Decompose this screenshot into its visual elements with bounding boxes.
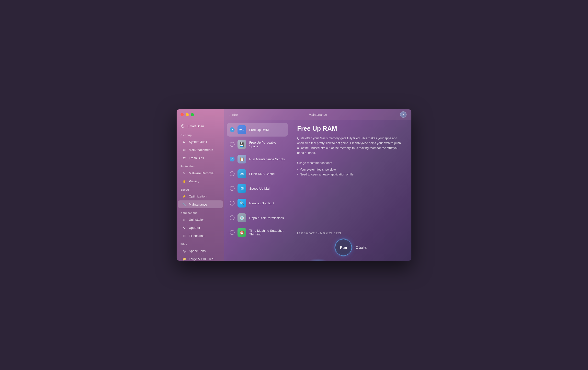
sidebar-item-privacy[interactable]: 🤚Privacy: [178, 177, 223, 185]
sidebar-item-extensions[interactable]: ⊞Extensions: [178, 232, 223, 240]
sidebar-sections: Cleanup⚙System Junk✉Mail Attachments🗑Tra…: [177, 131, 224, 261]
task-item-reindex-spotlight[interactable]: 🔍Reindex Spotlight: [227, 196, 288, 210]
privacy-label: Privacy: [189, 179, 199, 183]
task-label-speed-up-mail: Speed Up Mail: [249, 187, 270, 190]
task-item-free-up-ram[interactable]: RAMFree Up RAM: [227, 123, 288, 137]
traffic-lights: [181, 113, 194, 116]
task-item-flush-dns-cache[interactable]: DNSFlush DNS Cache: [227, 167, 288, 181]
sidebar-item-maintenance[interactable]: 🔧Maintenance: [178, 200, 223, 208]
privacy-icon: 🤚: [182, 179, 186, 183]
task-radio-speed-up-mail[interactable]: [230, 186, 235, 191]
run-button[interactable]: Run: [335, 239, 352, 256]
task-icon-free-up-purgeable: 💾: [237, 140, 246, 149]
updater-icon: ↻: [182, 225, 186, 230]
app-window: Smart Scan Cleanup⚙System Junk✉Mail Atta…: [177, 109, 411, 261]
task-label-reindex-spotlight: Reindex Spotlight: [249, 201, 274, 205]
minimize-button[interactable]: [186, 113, 189, 116]
mail-attachments-label: Mail Attachments: [189, 148, 213, 152]
maintenance-icon: 🔧: [182, 202, 186, 207]
title-bar: [177, 109, 411, 120]
task-icon-free-up-ram: RAM: [237, 125, 246, 134]
system-junk-icon: ⚙: [182, 139, 186, 144]
task-list: RAMFree Up RAM💾Free Up Purgeable Space📋R…: [224, 120, 290, 261]
sidebar-item-large-old-files[interactable]: 📁Large & Old Files: [178, 255, 223, 261]
sidebar-item-space-lens[interactable]: ◎Space Lens: [178, 247, 223, 255]
task-icon-speed-up-mail: ✉: [237, 184, 246, 193]
sidebar-item-uninstaller[interactable]: ☆Uninstaller: [178, 216, 223, 223]
sidebar-item-updater[interactable]: ↻Updater: [178, 224, 223, 231]
task-radio-free-up-purgeable[interactable]: [230, 142, 235, 147]
sidebar-item-mail-attachments[interactable]: ✉Mail Attachments: [178, 146, 223, 154]
task-label-repair-disk-permissions: Repair Disk Permissions: [249, 216, 284, 220]
task-label-flush-dns-cache: Flush DNS Cache: [249, 172, 275, 176]
sidebar-section-files: Files: [177, 240, 224, 247]
space-lens-icon: ◎: [182, 249, 186, 253]
task-radio-repair-disk-permissions[interactable]: [230, 215, 235, 220]
sidebar: Smart Scan Cleanup⚙System Junk✉Mail Atta…: [177, 109, 224, 261]
sidebar-section-speed: Speed: [177, 185, 224, 192]
last-run-info: Last run date: 12 Mar 2021, 11:21: [297, 231, 341, 235]
task-label-free-up-purgeable: Free Up Purgeable Space: [249, 141, 285, 148]
task-label-free-up-ram: Free Up RAM: [249, 128, 269, 132]
task-label-run-maintenance-scripts: Run Maintenance Scripts: [249, 157, 285, 161]
optimization-label: Optimization: [189, 195, 206, 198]
smart-scan-icon: [181, 124, 185, 128]
task-radio-time-machine-snapshot[interactable]: [230, 230, 235, 235]
sidebar-section-cleanup: Cleanup: [177, 131, 224, 138]
mail-attachments-icon: ✉: [182, 148, 186, 152]
uninstaller-label: Uninstaller: [189, 218, 204, 221]
sidebar-section-applications: Applications: [177, 208, 224, 215]
detail-description: Quite often your Mac's memory gets fully…: [297, 136, 405, 155]
detail-top: Free Up RAM Quite often your Mac's memor…: [297, 125, 405, 231]
detail-panel: Free Up RAM Quite often your Mac's memor…: [290, 120, 411, 261]
task-icon-repair-disk-permissions: 💿: [237, 213, 246, 222]
detail-bottom: Last run date: 12 Mar 2021, 11:21 Run 2 …: [297, 231, 405, 256]
task-radio-run-maintenance-scripts[interactable]: [230, 157, 235, 162]
task-icon-reindex-spotlight: 🔍: [237, 199, 246, 208]
sidebar-section-protection: Protection: [177, 162, 224, 169]
task-item-run-maintenance-scripts[interactable]: 📋Run Maintenance Scripts: [227, 152, 288, 166]
task-icon-run-maintenance-scripts: 📋: [237, 155, 246, 163]
extensions-icon: ⊞: [182, 233, 186, 238]
content-area: RAMFree Up RAM💾Free Up Purgeable Space📋R…: [224, 120, 411, 261]
usage-list: Your system feels too slowNeed to open a…: [297, 167, 405, 177]
maintenance-label: Maintenance: [189, 203, 207, 206]
usage-label: Usage recommendations:: [297, 161, 405, 165]
extensions-label: Extensions: [189, 234, 204, 238]
sidebar-item-system-junk[interactable]: ⚙System Junk: [178, 138, 223, 146]
run-button-label: Run: [340, 245, 347, 250]
tasks-count: 2 tasks: [356, 245, 367, 249]
updater-label: Updater: [189, 226, 200, 230]
task-item-free-up-purgeable[interactable]: 💾Free Up Purgeable Space: [227, 138, 288, 151]
large-old-files-label: Large & Old Files: [189, 257, 213, 261]
sidebar-item-trash-bins[interactable]: 🗑Trash Bins: [178, 154, 223, 162]
smart-scan-label: Smart Scan: [187, 124, 204, 128]
trash-bins-label: Trash Bins: [189, 156, 204, 160]
usage-list-item: Need to open a heavy application or file: [297, 172, 405, 177]
task-radio-free-up-ram[interactable]: [230, 127, 235, 132]
sidebar-item-optimization[interactable]: ⚡Optimization: [178, 192, 223, 200]
large-old-files-icon: 📁: [182, 257, 186, 261]
task-radio-flush-dns-cache[interactable]: [230, 171, 235, 176]
run-glow-effect: [308, 258, 328, 261]
malware-removal-icon: ☣: [182, 171, 186, 175]
fullscreen-button[interactable]: [191, 113, 194, 116]
detail-title: Free Up RAM: [297, 125, 405, 132]
run-area: Run 2 tasks: [297, 239, 405, 256]
task-icon-flush-dns-cache: DNS: [237, 169, 246, 178]
close-button[interactable]: [181, 113, 184, 116]
task-radio-reindex-spotlight[interactable]: [230, 201, 235, 206]
malware-removal-label: Malware Removal: [189, 171, 214, 175]
usage-list-item: Your system feels too slow: [297, 167, 405, 172]
uninstaller-icon: ☆: [182, 217, 186, 222]
space-lens-label: Space Lens: [189, 249, 206, 253]
trash-bins-icon: 🗑: [182, 156, 186, 160]
task-label-time-machine-snapshot: Time Machine Snapshot Thinning: [249, 229, 285, 236]
task-item-repair-disk-permissions[interactable]: 💿Repair Disk Permissions: [227, 211, 288, 225]
task-icon-time-machine-snapshot: ⏰: [237, 228, 246, 237]
task-item-time-machine-snapshot[interactable]: ⏰Time Machine Snapshot Thinning: [227, 226, 288, 239]
sidebar-item-smart-scan[interactable]: Smart Scan: [177, 121, 224, 131]
optimization-icon: ⚡: [182, 194, 186, 198]
task-item-speed-up-mail[interactable]: ✉Speed Up Mail: [227, 182, 288, 195]
sidebar-item-malware-removal[interactable]: ☣Malware Removal: [178, 169, 223, 177]
